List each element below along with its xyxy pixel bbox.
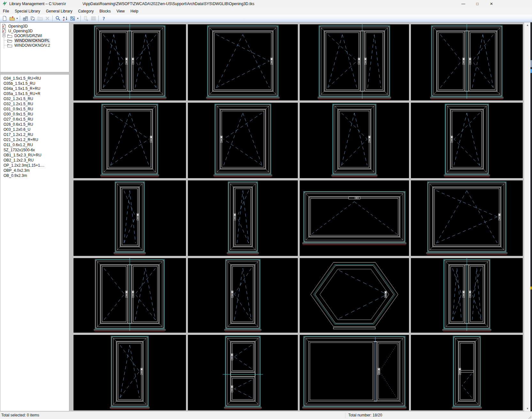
maximize-button[interactable]: □ <box>470 0 484 8</box>
tree-item-window-okno-pl[interactable]: WINDOW/OKNO/PL <box>0 38 69 43</box>
library-item-tile[interactable] <box>188 24 298 100</box>
list-item[interactable]: O31_0.9x1.5_RU <box>0 107 69 112</box>
library-item-tile[interactable] <box>411 24 523 100</box>
view-mode-button[interactable] <box>69 15 76 22</box>
list-item[interactable]: OBP_4.0x2.3m <box>0 168 69 173</box>
list-item[interactable]: OP_1.2x2.3m(1,15+1.... <box>0 163 69 168</box>
library-item-tile[interactable] <box>73 335 186 410</box>
vertical-scrollbar[interactable]: ▲ ▼ <box>524 22 530 411</box>
background-window-edge <box>530 22 532 411</box>
tree-expand-icon[interactable]: + <box>3 34 5 37</box>
library-item-tile[interactable] <box>73 258 186 333</box>
list-item[interactable]: O32_1.2x1.5_RU <box>0 96 69 101</box>
library-item-tile[interactable] <box>300 258 409 333</box>
tree-item-doors-drzwi[interactable]: DOORS/DRZWI <box>0 33 69 38</box>
library-file-icon <box>2 24 6 28</box>
scroll-down-button[interactable]: ▼ <box>524 406 531 411</box>
resize-grip[interactable] <box>528 415 531 419</box>
delete-x-icon <box>45 16 50 21</box>
list-item[interactable]: O17_1.2x1.2_RU <box>0 132 69 137</box>
library-item-tile[interactable] <box>300 103 409 178</box>
list-item[interactable]: O34_1.5x1.5_RU+RU <box>0 76 69 81</box>
library-item-tile[interactable] <box>411 103 523 178</box>
menu-view[interactable]: View <box>113 8 127 14</box>
delete-button[interactable] <box>44 15 51 22</box>
library-item-tile[interactable] <box>300 24 409 100</box>
library-item-tile[interactable] <box>300 180 409 256</box>
status-total: Total number: 18/20 <box>348 413 382 417</box>
edge-speck <box>530 60 532 67</box>
sort-button[interactable]: AZ <box>62 15 69 22</box>
folder-button[interactable] <box>36 15 44 22</box>
window-drawing <box>411 335 523 410</box>
list-item[interactable]: O11_0.6x1.2_RU <box>0 142 69 147</box>
list-item[interactable]: O03_1.2x0.6_U <box>0 127 69 132</box>
library-item-tile[interactable] <box>188 335 298 410</box>
close-button[interactable]: ✕ <box>484 0 498 8</box>
tree-item-window-okno-v-2[interactable]: WINDOW/OKNO/V.2 <box>0 43 69 48</box>
library-item-tile[interactable] <box>73 24 186 100</box>
list-item[interactable]: OB2_1.2x2.3_RU <box>0 158 69 163</box>
list-item[interactable]: O26_0.6x1.5_RU <box>0 122 69 127</box>
copy-page-icon <box>30 16 35 21</box>
menu-category[interactable]: Category <box>75 8 96 14</box>
library-file-icon <box>2 29 6 33</box>
list-item[interactable]: O21_1.2x1.2_R+RU <box>0 137 69 142</box>
menu-file[interactable]: File <box>0 8 12 14</box>
dropdown-caret-icon[interactable]: ▾ <box>76 17 79 20</box>
app-icon <box>2 1 7 7</box>
window-drawing <box>73 24 186 100</box>
library-tree-panel: Opening3DU_Opening3D+DOORS/DRZWIWINDOW/O… <box>0 22 69 72</box>
toolbar-separator <box>81 16 81 21</box>
list-item[interactable]: O27_0.6x1.5_RU <box>0 117 69 122</box>
transfer-button[interactable] <box>82 15 90 22</box>
image-button[interactable] <box>90 15 97 22</box>
tree-connector <box>4 45 7 45</box>
list-item[interactable]: OB_0.9x2.3m <box>0 173 69 178</box>
list-item[interactable]: O35b_1.5x1.5_RU <box>0 81 69 86</box>
tree-item-label: Opening3D <box>8 24 28 28</box>
tree-item-u-opening3d[interactable]: U_Opening3D <box>0 28 69 33</box>
window-drawing <box>188 24 298 100</box>
copy-button[interactable] <box>29 15 36 22</box>
menu-blocks[interactable]: Blocks <box>96 8 113 14</box>
library-item-tile[interactable] <box>188 103 298 178</box>
list-item[interactable]: SZ_1732x1500-6x <box>0 147 69 153</box>
menu-special-library[interactable]: Special Library <box>12 8 43 14</box>
scroll-up-button[interactable]: ▲ <box>524 22 531 28</box>
new-page-icon <box>2 16 7 21</box>
window-drawing <box>411 103 523 178</box>
menu-general-library[interactable]: General Library <box>43 8 75 14</box>
dropdown-caret-icon[interactable]: ▾ <box>16 17 19 20</box>
minimize-button[interactable]: — <box>456 0 470 8</box>
library-item-tile[interactable] <box>188 180 298 256</box>
list-item[interactable]: O30_0.9x1.5_RU <box>0 112 69 117</box>
folder-icon <box>7 34 12 38</box>
library-item-tile[interactable] <box>73 180 186 256</box>
library-item-tile[interactable] <box>300 335 409 410</box>
menu-help[interactable]: Help <box>127 8 141 14</box>
help-button[interactable]: ? <box>100 15 108 22</box>
window-drawing <box>73 180 186 256</box>
library-item-tile[interactable] <box>188 258 298 333</box>
find-button[interactable] <box>54 15 62 22</box>
library-item-tile[interactable] <box>411 180 523 256</box>
new-button[interactable] <box>1 15 8 22</box>
library-item-tile[interactable] <box>411 258 523 333</box>
window-drawing <box>300 103 409 178</box>
tree-item-label: DOORS/DRZWI <box>14 34 43 38</box>
menu-bar: FileSpecial LibraryGeneral LibraryCatego… <box>0 8 532 15</box>
window-drawing <box>188 180 298 256</box>
block-list-panel: O34_1.5x1.5_RU+RUO35b_1.5x1.5_RUO34a_1.5… <box>0 74 69 411</box>
window-drawing <box>300 180 409 256</box>
open-button[interactable] <box>8 15 16 22</box>
status-bar: Total selected: 0 items Total number: 18… <box>0 411 532 419</box>
library-button[interactable] <box>22 15 29 22</box>
list-item[interactable]: O34a_1.5x1.5_R+RU <box>0 86 69 91</box>
list-item[interactable]: OB1_1.5x2.3_RU+RU <box>0 153 69 158</box>
tree-item-opening3d[interactable]: Opening3D <box>0 24 69 28</box>
list-item[interactable]: O35a_1.5x1.5_RU+R <box>0 91 69 96</box>
library-item-tile[interactable] <box>73 103 186 178</box>
library-item-tile[interactable] <box>411 335 523 410</box>
list-item[interactable]: O32_1.2x1.5_RU <box>0 101 69 107</box>
